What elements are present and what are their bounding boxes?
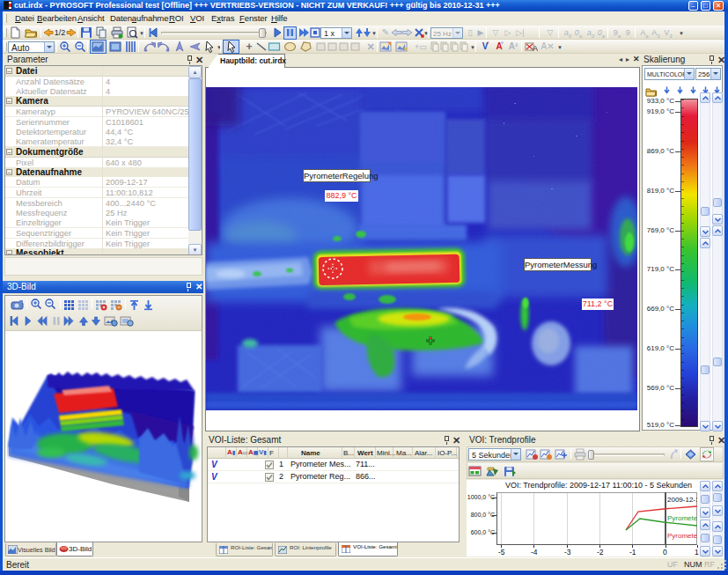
svg-text:A: A [533,44,538,53]
